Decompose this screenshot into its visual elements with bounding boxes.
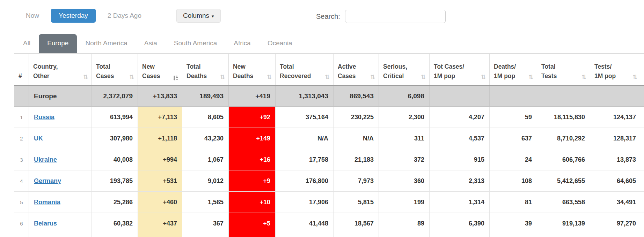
cell-deaths_1m	[490, 234, 537, 237]
col-header-cases_1m[interactable]: Tot Cases/1M pop⇅	[430, 54, 490, 86]
cell-total_tests	[537, 86, 590, 107]
table-row: 2UK307,980+1,11843,230+149N/AN/A3114,537…	[14, 128, 644, 149]
cell-new_deaths	[229, 234, 276, 237]
cell-rank: 4	[14, 170, 29, 192]
cell-active_cases: 18,567	[334, 213, 379, 234]
cell-active_cases: 7,973	[334, 170, 379, 192]
col-header-label: Country,Other	[33, 62, 58, 81]
cell-total_tests: 18,115,830	[537, 107, 590, 128]
cell-serious_critical: 89	[379, 213, 430, 234]
sort-both-icon: ⇅	[421, 74, 426, 81]
region-tab-north-america[interactable]: North America	[77, 34, 136, 53]
cell-active_cases: 230,225	[334, 107, 379, 128]
cell-country: Belarus	[29, 213, 92, 234]
cell-rank: 3	[14, 149, 29, 170]
cell-active_cases: 869,543	[334, 86, 379, 107]
col-header-label: TotalCases	[96, 62, 114, 81]
columns-dropdown-button[interactable]: Columns▾	[176, 9, 221, 23]
cell-total_deaths: 1,565	[182, 192, 229, 213]
cell-total_cases: 25,286	[92, 192, 138, 213]
country-link[interactable]: UK	[34, 135, 43, 142]
time-tab-2-days-ago[interactable]: 2 Days Ago	[103, 9, 146, 22]
table-row: 4Germany193,785+5319,012+9176,8007,97336…	[14, 170, 644, 192]
cell-active_cases: N/A	[334, 128, 379, 149]
cell-serious_critical: 360	[379, 170, 430, 192]
cell-deaths_1m: 59	[490, 107, 537, 128]
col-header-tests_1m[interactable]: Tests/1M pop⇅	[590, 54, 641, 86]
col-header-label: TotalRecovered	[280, 62, 311, 81]
sort-both-icon: ⇅	[581, 74, 586, 81]
col-header-country[interactable]: Country,Other⇅	[29, 54, 92, 86]
col-header-label: Deaths/1M pop	[494, 62, 516, 81]
cell-rank: 5	[14, 192, 29, 213]
cell-cases_1m: 1,314	[430, 192, 490, 213]
cell-tests_1m	[590, 86, 641, 107]
col-header-new_deaths[interactable]: NewDeaths⇅	[229, 54, 276, 86]
sort-both-icon: ⇅	[83, 74, 88, 81]
country-link[interactable]: Ukraine	[34, 156, 57, 163]
countries-table-viewport: #Country,Other⇅TotalCases⇅NewCasesTotalD…	[0, 53, 644, 237]
continent-summary-row: Europe2,372,079+13,833189,493+4191,313,0…	[14, 86, 644, 107]
col-header-label: NewDeaths	[233, 62, 253, 81]
cell-serious_critical: 311	[379, 128, 430, 149]
col-header-active_cases[interactable]: ActiveCases⇅	[334, 54, 379, 86]
cell-new_deaths: +149	[229, 128, 276, 149]
search-input[interactable]	[345, 10, 446, 23]
cell-total_recovered: 1,313,043	[276, 86, 334, 107]
sort-both-icon: ⇅	[220, 74, 225, 81]
col-header-serious_critical[interactable]: Serious,Critical⇅	[379, 54, 430, 86]
cell-total_cases	[92, 234, 138, 237]
cell-total_deaths: 8,605	[182, 107, 229, 128]
cell-country: Germany	[29, 170, 92, 192]
col-header-total_deaths[interactable]: TotalDeaths⇅	[182, 54, 229, 86]
table-row: 3Ukraine40,008+9941,067+1617,75821,18337…	[14, 149, 644, 170]
col-header-total_recovered[interactable]: TotalRecovered⇅	[276, 54, 334, 86]
region-tab-europe[interactable]: Europe	[39, 34, 77, 53]
cell-cases_1m: 4,207	[430, 107, 490, 128]
partial-column-cell	[641, 213, 644, 234]
cell-cases_1m	[430, 86, 490, 107]
country-link[interactable]: Romania	[34, 199, 60, 206]
cell-tests_1m: 97,270	[590, 213, 641, 234]
cell-new_deaths: +10	[229, 192, 276, 213]
region-tab-oceania[interactable]: Oceania	[259, 34, 301, 53]
time-tab-yesterday[interactable]: Yesterday	[51, 9, 96, 23]
partial-column-cell	[641, 128, 644, 149]
region-tab-asia[interactable]: Asia	[136, 34, 166, 53]
cell-cases_1m: 915	[430, 149, 490, 170]
cell-total_deaths: 43,230	[182, 128, 229, 149]
cell-new_deaths: +16	[229, 149, 276, 170]
col-header-rank: #	[14, 54, 29, 86]
cell-tests_1m: 128,317	[590, 128, 641, 149]
country-link[interactable]: Germany	[34, 177, 61, 184]
table-header: #Country,Other⇅TotalCases⇅NewCasesTotalD…	[14, 54, 644, 86]
table-body: Europe2,372,079+13,833189,493+4191,313,0…	[14, 86, 644, 237]
col-header-total_tests[interactable]: TotalTests⇅	[537, 54, 590, 86]
search-area: Search:	[316, 10, 446, 23]
col-header-deaths_1m[interactable]: Deaths/1M pop⇅	[490, 54, 537, 86]
col-header-total_cases[interactable]: TotalCases⇅	[92, 54, 138, 86]
cell-country: Romania	[29, 192, 92, 213]
sort-descending-icon	[173, 75, 178, 81]
country-link[interactable]: Belarus	[34, 220, 57, 227]
cell-active_cases: 21,183	[334, 149, 379, 170]
col-header-label: ActiveCases	[338, 62, 356, 81]
region-tab-south-america[interactable]: South America	[166, 34, 226, 53]
time-tab-now[interactable]: Now	[21, 9, 44, 22]
col-header-new_cases[interactable]: NewCases	[138, 54, 182, 86]
region-tab-africa[interactable]: Africa	[225, 34, 259, 53]
header-row: #Country,Other⇅TotalCases⇅NewCasesTotalD…	[14, 54, 644, 86]
table-row: 1Russia613,994+7,1138,605+92375,164230,2…	[14, 107, 644, 128]
cell-total_cases: 2,372,079	[92, 86, 138, 107]
sort-both-icon: ⇅	[129, 74, 134, 81]
region-tab-all[interactable]: All	[15, 34, 39, 53]
cell-total_recovered: 375,164	[276, 107, 334, 128]
country-link[interactable]: Russia	[34, 114, 54, 121]
cell-total_recovered	[276, 234, 334, 237]
col-header-label: TotalDeaths	[186, 62, 207, 81]
partial-next-row	[14, 234, 644, 237]
cell-rank: 2	[14, 128, 29, 149]
cell-total_tests: 606,766	[537, 149, 590, 170]
cell-total_recovered: 17,758	[276, 149, 334, 170]
cell-total_cases: 307,980	[92, 128, 138, 149]
